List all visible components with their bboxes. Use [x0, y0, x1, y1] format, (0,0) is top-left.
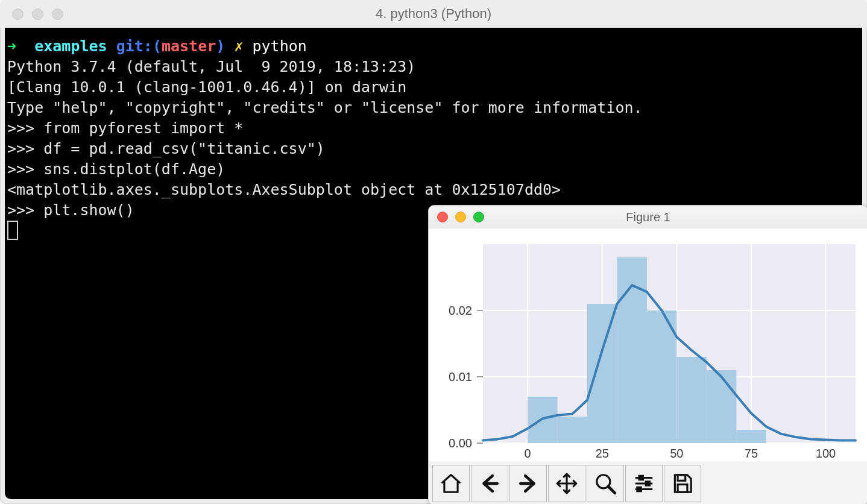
prompt-rparen: ) — [216, 37, 225, 55]
prompt-line: ➜ examples git:(master) ✗ python — [7, 36, 860, 57]
svg-rect-28 — [736, 430, 766, 443]
terminal-line: <matplotlib.axes._subplots.AxesSubplot o… — [7, 180, 860, 200]
home-button[interactable] — [432, 465, 470, 502]
prompt-branch: master — [162, 37, 216, 55]
pan-button[interactable] — [548, 465, 585, 502]
magnifier-icon — [594, 472, 617, 495]
arrow-left-icon — [478, 472, 501, 495]
svg-text:0.02: 0.02 — [449, 304, 472, 317]
chart-svg: 02550751000.000.010.02 — [429, 228, 867, 461]
figure-canvas[interactable]: 02550751000.000.010.02 — [429, 228, 867, 461]
home-icon — [440, 472, 462, 495]
terminal-titlebar[interactable]: 4. python3 (Python) — [0, 0, 867, 28]
svg-rect-34 — [678, 475, 686, 481]
svg-text:0: 0 — [525, 447, 531, 460]
prompt-lparen: ( — [153, 37, 162, 55]
save-button[interactable] — [664, 465, 701, 502]
figure-toolbar — [432, 465, 701, 501]
svg-text:75: 75 — [745, 447, 758, 460]
svg-rect-27 — [707, 370, 736, 443]
svg-text:0.01: 0.01 — [449, 370, 472, 383]
svg-rect-26 — [676, 357, 706, 443]
svg-rect-32 — [646, 482, 649, 485]
svg-rect-31 — [639, 476, 643, 479]
terminal-line: >>> from pyforest import * — [7, 118, 860, 139]
svg-text:100: 100 — [816, 447, 836, 460]
save-icon — [671, 472, 694, 495]
terminal-line: [Clang 10.0.1 (clang-1001.0.46.4)] on da… — [7, 77, 860, 98]
prompt-dir: examples — [34, 37, 107, 55]
forward-button[interactable] — [509, 465, 547, 502]
configure-button[interactable] — [625, 465, 663, 502]
prompt-git-label: git: — [116, 37, 153, 55]
prompt-command: python — [253, 37, 307, 55]
terminal-line: >>> df = pd.read_csv("titanic.csv") — [7, 139, 860, 159]
zoom-button[interactable] — [587, 465, 624, 502]
svg-text:50: 50 — [670, 447, 683, 460]
back-button[interactable] — [471, 465, 508, 502]
svg-text:25: 25 — [596, 447, 609, 460]
terminal-line: >>> sns.distplot(df.Age) — [7, 159, 860, 180]
svg-rect-35 — [678, 485, 687, 493]
figure-title: Figure 1 — [429, 210, 867, 224]
terminal-title: 4. python3 (Python) — [0, 6, 867, 22]
svg-rect-33 — [637, 487, 641, 491]
cursor-icon — [7, 221, 18, 240]
svg-rect-23 — [587, 304, 617, 443]
svg-rect-22 — [558, 417, 587, 443]
sliders-icon — [632, 472, 655, 495]
move-icon — [555, 472, 578, 495]
prompt-dirty-icon: ✗ — [234, 37, 243, 55]
figure-window[interactable]: Figure 1 02550751000.000.010.02 — [428, 205, 867, 504]
terminal-line: Type "help", "copyright", "credits" or "… — [7, 98, 860, 118]
arrow-right-icon — [517, 472, 540, 495]
figure-titlebar[interactable]: Figure 1 — [429, 206, 867, 229]
terminal-line: Python 3.7.4 (default, Jul 9 2019, 18:13… — [7, 57, 860, 77]
svg-text:0.00: 0.00 — [449, 436, 472, 450]
prompt-arrow-icon: ➜ — [7, 37, 16, 55]
